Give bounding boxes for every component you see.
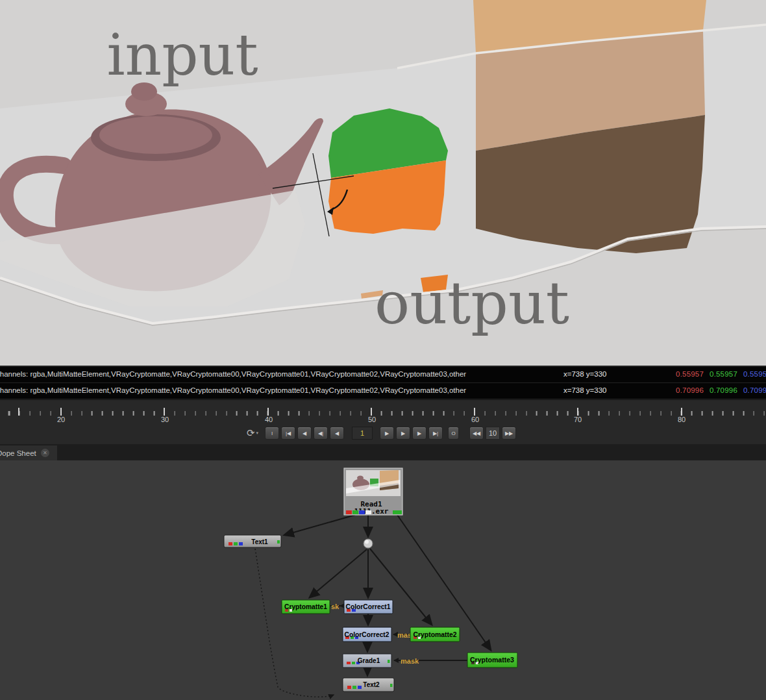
mask-label-cc2: mas [397,631,412,639]
value-green: 0.70996 [710,386,737,394]
step-forward-button[interactable]: ▶ [396,427,410,440]
tick-label: 80 [672,416,691,423]
value-red: 0.55957 [676,370,704,378]
node-label: Cryptomatte1 [284,603,327,610]
rgb-values: 0.709960.709960.70996 [676,386,766,394]
close-icon[interactable]: ✕ [41,449,49,457]
cube [328,108,448,234]
frame-increment-field[interactable]: 10 [486,427,500,440]
play-backward-button[interactable]: ◀ [330,427,344,440]
input-label: input [106,21,258,88]
node-label: Text2 [363,681,380,688]
panel-tab-bar: Dope Sheet ✕ [0,444,766,460]
tick-label: 60 [465,416,485,423]
node-colorcorrect2[interactable]: ColorCorrect2 [343,627,391,642]
mask-label-cc1: sk [331,603,340,610]
cached-dot [388,660,390,663]
node-graph-panel[interactable]: sk mas mask Read1 1111.exr [0,460,766,700]
next-keyframe-button[interactable]: ▶ [412,427,426,440]
node-read1[interactable]: Read1 1111.exr [344,468,402,516]
step-back-button[interactable]: ◀| [314,427,328,440]
decrement-frame-button[interactable]: ◀◀ [469,427,484,440]
node-label: ColorCorrect2 [345,631,389,638]
nuke-window: input output channels: rgba,MultiMatteEl… [0,0,766,700]
tick-label: 40 [259,416,278,423]
node-cryptomatte2[interactable]: Cryptomatte2 [410,627,460,642]
value-blue: 0.55957 [743,370,766,378]
tick-label: 20 [51,416,71,423]
node-label: Grade1 [358,657,380,664]
node-cryptomatte3[interactable]: Cryptomatte3 [467,653,517,668]
prev-keyframe-button[interactable]: ◀ [297,427,312,440]
in-point-button[interactable]: I [265,427,279,440]
node-grade1[interactable]: Grade1 [343,654,391,668]
output-label: output [375,269,569,337]
edge-dot-cryptomatte1 [310,549,367,597]
playback-mode-icon[interactable]: ⟳ [247,428,255,438]
info-bar-output: channels: rgba,MultiMatteElement,VRayCry… [0,383,766,399]
tab-label: Dope Sheet [0,449,36,457]
rgb-values: 0.559570.559570.55957 [676,370,766,378]
current-frame-field[interactable]: 1 [352,427,373,440]
tab-dope-sheet[interactable]: Dope Sheet ✕ [0,445,57,460]
node-text2[interactable]: Text2 [343,678,394,692]
node-dot[interactable] [364,539,373,548]
value-blue: 0.70996 [743,386,766,394]
cached-dot [390,684,393,687]
info-bar-input: channels: rgba,MultiMatteElement,VRayCry… [0,367,766,382]
cached-dot [277,540,280,544]
node-cryptomatte1[interactable]: Cryptomatte1 [282,600,330,614]
channels-text: channels: rgba,MultiMatteElement,VRayCry… [0,370,466,378]
value-green: 0.55957 [710,370,737,378]
channels-text: channels: rgba,MultiMatteElement,VRayCry… [0,386,466,394]
tick-label: 50 [362,416,382,423]
pixel-coords: x=738 y=330 [563,370,607,378]
playback-mode-caret-icon[interactable]: ▾ [256,431,259,436]
viewer-canvas[interactable]: input output [0,0,766,366]
node-label: ColorCorrect1 [346,603,391,610]
major-ticks [0,408,766,416]
goto-end-button[interactable]: ▶| [428,427,443,440]
timeline-ruler[interactable]: 20 30 40 50 60 70 80 [0,399,766,424]
transport-bar: ⟳ ▾ I |◀ ◀ ◀| ◀ 1 ▶ ▶ ▶ ▶| O ◀◀ 10 ▶▶ [0,423,766,444]
node-label: Cryptomatte2 [414,631,457,638]
out-point-button[interactable]: O [448,427,459,440]
node-label: Cryptomatte3 [470,656,514,664]
node-graph-canvas[interactable]: sk mas mask Read1 1111.exr [0,460,766,700]
viewer-panel[interactable]: input output [0,0,766,366]
node-label: Text1 [251,538,268,545]
tick-label: 30 [155,416,175,423]
play-button[interactable]: ▶ [380,427,394,440]
increment-frame-button[interactable]: ▶▶ [502,427,516,440]
edge-read1-text1 [284,515,355,535]
mask-arrow-icon [393,658,399,663]
edge-expression-link [255,549,334,697]
node-colorcorrect1[interactable]: ColorCorrect1 [344,600,393,614]
goto-start-button[interactable]: |◀ [281,427,295,440]
value-red: 0.70996 [676,386,704,394]
pixel-info-bars: channels: rgba,MultiMatteElement,VRayCry… [0,366,766,399]
mask-label-grade1: mask [401,657,419,665]
pixel-coords: x=738 y=330 [563,386,607,394]
tick-label: 70 [568,416,587,423]
node-text1[interactable]: Text1 [224,535,281,547]
